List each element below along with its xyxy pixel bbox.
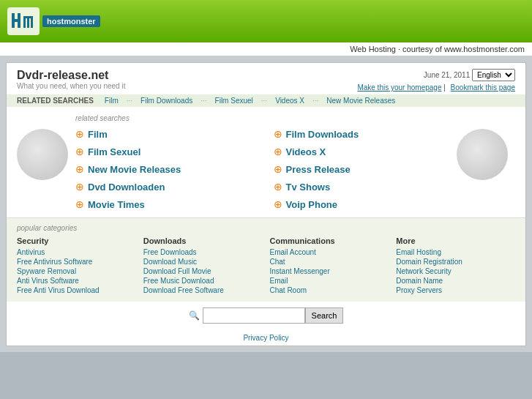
list-item: ⊕ Movie Times: [75, 198, 259, 210]
list-item: ⊕ New Movie Releases: [75, 163, 259, 175]
popular-link-email[interactable]: Email: [270, 277, 389, 285]
right-circle-graphic: [457, 129, 508, 180]
site-info: Dvdr-release.net What you need, when you…: [17, 69, 125, 90]
popular-col-more: More Email Hosting Domain Registration N…: [396, 236, 515, 296]
content-box: Dvdr-release.net What you need, when you…: [6, 62, 526, 346]
search-icon: 🔍: [189, 310, 200, 321]
result-link-film-downloads[interactable]: Film Downloads: [286, 129, 359, 140]
svg-rect-3: [18, 13, 20, 28]
list-item: ⊕ Dvd Downloaden: [75, 181, 259, 193]
plus-circle-icon: ⊕: [274, 198, 282, 210]
plus-circle-icon: ⊕: [75, 146, 84, 157]
popular-link-antivirus[interactable]: Antivirus: [17, 248, 136, 256]
left-circle-graphic: [17, 129, 68, 180]
popular-col-security-title: Security: [17, 236, 136, 245]
popular-section: popular categories Security Antivirus Fr…: [7, 217, 525, 302]
result-link-movie-times[interactable]: Movie Times: [88, 199, 145, 210]
popular-link-chat-room[interactable]: Chat Room: [270, 286, 389, 294]
popular-link-download-full-movie[interactable]: Download Full Movie: [143, 267, 263, 275]
plus-circle-icon: ⊕: [274, 163, 282, 175]
popular-link-proxy-servers[interactable]: Proxy Servers: [396, 286, 515, 294]
result-link-film[interactable]: Film: [88, 129, 108, 140]
popular-link-anti-virus[interactable]: Anti Virus Software: [17, 277, 136, 285]
popular-link-domain-name[interactable]: Domain Name: [396, 277, 515, 285]
list-item: ⊕ Press Release: [274, 163, 457, 175]
logo-text: hostmonster: [42, 15, 100, 27]
popular-link-email-hosting[interactable]: Email Hosting: [396, 248, 515, 256]
popular-col-communications: Communications Email Account Chat Instan…: [270, 236, 389, 296]
list-item: ⊕ Tv Shows: [274, 181, 457, 193]
popular-col-comms-title: Communications: [270, 236, 389, 245]
popular-col-security: Security Antivirus Free Antivirus Softwa…: [17, 236, 136, 296]
list-item: ⊕ Film Sexuel: [75, 146, 259, 157]
search-form: 🔍 Search: [189, 307, 344, 324]
search-input[interactable]: [203, 307, 305, 324]
right-decoration: [457, 114, 515, 210]
popular-link-spyware[interactable]: Spyware Removal: [17, 267, 136, 275]
plus-circle-icon: ⊕: [75, 128, 84, 140]
popular-grid: Security Antivirus Free Antivirus Softwa…: [17, 236, 515, 296]
result-link-tv-shows[interactable]: Tv Shows: [286, 182, 331, 193]
footer-section: Privacy Policy: [7, 329, 525, 346]
popular-link-network-security[interactable]: Network Security: [396, 267, 515, 275]
popular-link-download-music[interactable]: Download Music: [143, 258, 263, 266]
results-grid: ⊕ Film ⊕ Film Downloads ⊕ Film Sexuel ⊕ …: [75, 128, 457, 210]
popular-link-free-music-download[interactable]: Free Music Download: [143, 277, 263, 285]
related-bar-film-sexuel[interactable]: Film Sexuel: [215, 97, 253, 105]
logo-container: hostmonster: [7, 7, 100, 35]
popular-link-download-free-software[interactable]: Download Free Software: [143, 286, 263, 294]
related-bar-label: RELATED SEARCHES: [17, 97, 94, 105]
popular-col-more-title: More: [396, 236, 515, 245]
related-bar-new-movie[interactable]: New Movie Releases: [326, 97, 395, 105]
header-links: Make this your homepage | Bookmark this …: [354, 83, 515, 92]
svg-rect-8: [31, 16, 33, 28]
result-link-dvd-downloaden[interactable]: Dvd Downloaden: [88, 182, 165, 193]
result-link-voip-phone[interactable]: Voip Phone: [286, 199, 338, 210]
site-subtitle: What you need, when you need it: [17, 82, 125, 90]
language-select[interactable]: English French: [472, 69, 515, 81]
bookmark-link[interactable]: Bookmark this page: [451, 83, 515, 92]
related-bar: RELATED SEARCHES Film ··· Film Downloads…: [7, 94, 525, 107]
related-bar-videos-x[interactable]: Videos X: [275, 97, 304, 105]
plus-circle-icon: ⊕: [75, 163, 84, 175]
plus-circle-icon: ⊕: [274, 146, 282, 157]
list-item: ⊕ Videos X: [274, 146, 457, 157]
result-link-videos-x[interactable]: Videos X: [286, 146, 326, 157]
popular-link-chat[interactable]: Chat: [270, 258, 389, 266]
make-homepage-link[interactable]: Make this your homepage: [357, 83, 441, 92]
plus-circle-icon: ⊕: [75, 198, 84, 210]
privacy-policy-link[interactable]: Privacy Policy: [243, 334, 288, 342]
popular-col-downloads: Downloads Free Downloads Download Music …: [143, 236, 263, 296]
result-link-press-release[interactable]: Press Release: [286, 164, 351, 175]
site-title: Dvdr-release.net: [17, 69, 125, 82]
header-right: June 21, 2011 English French Make this y…: [354, 69, 515, 92]
popular-link-free-anti-virus-download[interactable]: Free Anti Virus Download: [17, 286, 136, 294]
related-bar-film[interactable]: Film: [105, 97, 119, 105]
popular-col-downloads-title: Downloads: [143, 236, 263, 245]
list-item: ⊕ Film Downloads: [274, 128, 457, 140]
main-wrapper: Dvdr-release.net What you need, when you…: [0, 56, 532, 352]
result-link-new-movie-releases[interactable]: New Movie Releases: [88, 164, 181, 175]
related-bar-film-downloads[interactable]: Film Downloads: [141, 97, 192, 105]
popular-link-free-downloads[interactable]: Free Downloads: [143, 248, 263, 256]
plus-circle-icon: ⊕: [274, 128, 282, 140]
logo-icon: [7, 7, 40, 35]
search-button[interactable]: Search: [305, 307, 344, 324]
popular-label: popular categories: [17, 224, 515, 232]
hosting-bar: Web Hosting · courtesy of www.hostmonste…: [0, 42, 532, 56]
hosting-text: Web Hosting · courtesy of www.hostmonste…: [350, 45, 525, 53]
popular-link-domain-registration[interactable]: Domain Registration: [396, 258, 515, 266]
date-display: June 21, 2011 English French: [354, 69, 515, 81]
result-link-film-sexuel[interactable]: Film Sexuel: [88, 146, 141, 157]
list-item: ⊕ Voip Phone: [274, 198, 457, 210]
results-label: related searches: [75, 114, 457, 122]
results-area: related searches ⊕ Film ⊕ Film Downloads…: [7, 107, 525, 217]
list-item: ⊕ Film: [75, 128, 259, 140]
left-decoration: [17, 114, 75, 210]
plus-circle-icon: ⊕: [75, 181, 84, 193]
popular-link-free-antivirus[interactable]: Free Antivirus Software: [17, 258, 136, 266]
plus-circle-icon: ⊕: [274, 181, 282, 193]
popular-link-instant-messenger[interactable]: Instant Messenger: [270, 267, 389, 275]
popular-link-email-account[interactable]: Email Account: [270, 248, 389, 256]
results-middle: related searches ⊕ Film ⊕ Film Downloads…: [75, 114, 457, 210]
